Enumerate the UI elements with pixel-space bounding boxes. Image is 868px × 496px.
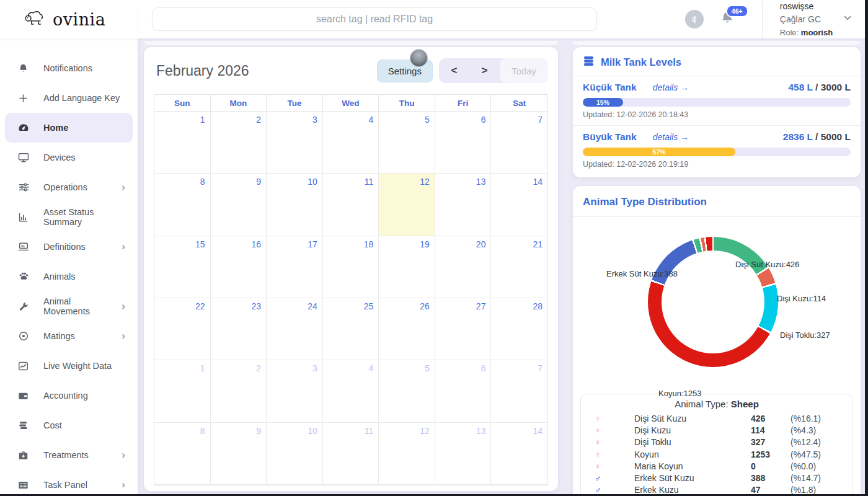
bluetooth-icon[interactable] <box>685 10 704 29</box>
calendar-cell[interactable]: 6 <box>435 360 492 422</box>
tank-details-link[interactable]: details → <box>653 132 689 142</box>
calendar-date-number: 9 <box>256 177 261 187</box>
notifications-bell[interactable]: 46+ <box>720 11 735 28</box>
tank-level-value: 2836 L / 5000 L <box>783 131 851 143</box>
calendar-day-header: Sat <box>491 95 547 112</box>
distribution-table-row: ♀Maria Koyun0(%0.0) <box>587 460 846 472</box>
list-panel-icon <box>17 479 30 491</box>
sidebar-item-cost[interactable]: Cost <box>0 410 138 440</box>
animal-type-label: Maria Koyun <box>608 461 751 471</box>
calendar-cell[interactable]: 1 <box>154 112 211 174</box>
sidebar-item-definitions[interactable]: Definitions› <box>0 232 138 262</box>
sidebar-item-live-weight-data[interactable]: Live Weight Data <box>0 351 138 381</box>
calendar-cell[interactable]: 1 <box>154 360 211 422</box>
calendar-cell-today[interactable]: 12 <box>379 174 435 236</box>
tank-updated-timestamp: Updated: 12-02-2026 20:18:43 <box>583 110 851 119</box>
calendar-date-number: 16 <box>252 239 262 249</box>
calendar-today-button[interactable]: Today <box>500 58 548 83</box>
sidebar-item-animal-movements[interactable]: Animal Movements› <box>0 291 138 321</box>
calendar-cell[interactable]: 24 <box>267 298 323 360</box>
calendar-prev-button[interactable]: < <box>439 58 469 83</box>
calendar-cell[interactable]: 21 <box>491 236 547 298</box>
calendar-date-number: 3 <box>312 363 317 373</box>
calendar-date-number: 4 <box>368 115 373 125</box>
calendar-date-number: 18 <box>364 239 374 249</box>
calendar-date-number: 1 <box>200 363 205 373</box>
female-icon: ♀ <box>587 437 608 447</box>
tank-progress-fill: 57% <box>583 148 735 156</box>
calendar-cell[interactable]: 10 <box>267 423 323 485</box>
calendar-cell[interactable]: 5 <box>379 360 435 422</box>
calendar-cell[interactable]: 13 <box>435 423 492 485</box>
calendar-date-number: 11 <box>365 426 374 436</box>
calendar-cell[interactable]: 9 <box>211 423 267 485</box>
calendar-cell[interactable]: 3 <box>267 112 323 174</box>
donut-chart[interactable] <box>648 237 778 367</box>
sidebar-item-matings[interactable]: Matings› <box>0 321 138 351</box>
calendar-cell[interactable]: 25 <box>323 298 379 360</box>
calendar-card: February 2026 Settings < > Today SunMonT… <box>144 47 558 491</box>
calendar-cell[interactable]: 5 <box>379 112 435 174</box>
calendar-cell[interactable]: 23 <box>211 298 267 360</box>
calendar-cell[interactable]: 3 <box>267 360 323 422</box>
calendar-cell[interactable]: 7 <box>491 360 547 422</box>
sidebar-item-animals[interactable]: Animals <box>0 262 138 291</box>
calendar-cell[interactable]: 7 <box>491 112 547 174</box>
calendar-cell[interactable]: 17 <box>267 236 323 298</box>
sidebar-item-home[interactable]: Home <box>5 113 133 143</box>
calendar-next-button[interactable]: > <box>469 58 500 83</box>
sheep-logo-icon <box>24 9 47 30</box>
calendar-cell[interactable]: 16 <box>211 236 267 298</box>
calendar-date-number: 23 <box>252 301 262 311</box>
calendar-cell[interactable]: 14 <box>491 423 547 485</box>
calendar-date-number: 7 <box>538 115 542 125</box>
scrollbar[interactable] <box>865 0 868 496</box>
calendar-cell[interactable]: 2 <box>211 112 267 174</box>
calendar-cell[interactable]: 11 <box>323 423 379 485</box>
top-header: ovinia 46+ roswişse Çağlar GC <box>0 0 868 38</box>
sidebar-item-devices[interactable]: Devices <box>0 143 138 172</box>
sidebar-item-label: Operations <box>43 182 87 192</box>
calendar-cell[interactable]: 10 <box>267 174 323 236</box>
calendar-cell[interactable]: 4 <box>323 112 379 174</box>
calendar-cell[interactable]: 12 <box>379 423 435 485</box>
calendar-cell[interactable]: 26 <box>379 298 435 360</box>
sidebar-item-add-language-key[interactable]: Add Language Key <box>0 83 138 113</box>
calendar-cell[interactable]: 19 <box>379 236 435 298</box>
distribution-table-row: ♀Dişi Toklu327(%12.4) <box>587 436 846 448</box>
calendar-cell[interactable]: 11 <box>323 174 379 236</box>
calendar-cell[interactable]: 18 <box>323 236 379 298</box>
distribution-table-row: ♀Dişi Süt Kuzu426(%16.1) <box>587 412 846 424</box>
calendar-cell[interactable]: 28 <box>491 298 547 360</box>
sidebar-item-treatments[interactable]: Treatments› <box>0 440 138 470</box>
sidebar-item-accounting[interactable]: Accounting <box>0 381 138 410</box>
calendar-cell[interactable]: 9 <box>211 174 267 236</box>
sidebar-item-asset-status-summary[interactable]: Asset Status Summary <box>0 202 138 232</box>
donut-segment-label: Dişi Kuzu:114 <box>777 294 826 303</box>
calendar-cell[interactable]: 8 <box>154 423 211 485</box>
tank-details-link[interactable]: details → <box>653 82 689 92</box>
app-logo[interactable]: ovinia <box>0 9 138 30</box>
calendar-cell[interactable]: 8 <box>154 174 211 236</box>
calendar-cell[interactable]: 4 <box>323 360 379 422</box>
milk-tank-title: Milk Tank Levels <box>601 56 681 68</box>
calendar-cell[interactable]: 6 <box>435 112 492 174</box>
sidebar-item-label: Animal Movements <box>43 296 108 316</box>
chevron-right-icon: › <box>122 300 125 312</box>
calendar-cell[interactable]: 22 <box>154 298 211 360</box>
sidebar-item-notifications[interactable]: Notifications <box>0 53 138 83</box>
sidebar-item-operations[interactable]: Operations› <box>0 172 138 202</box>
chevron-down-icon[interactable] <box>842 12 853 27</box>
user-menu[interactable]: roswişse Çağlar GC Role: moorish <box>762 1 853 38</box>
calendar-cell[interactable]: 20 <box>435 236 492 298</box>
sidebar-item-label: Cost <box>43 420 62 430</box>
calendar-date-number: 17 <box>308 239 317 249</box>
sidebar-item-label: Devices <box>43 153 76 162</box>
search-input[interactable] <box>152 7 597 31</box>
calendar-cell[interactable]: 27 <box>435 298 492 360</box>
calendar-cell[interactable]: 2 <box>211 360 267 422</box>
calendar-cell[interactable]: 15 <box>154 236 211 298</box>
calendar-cell[interactable]: 14 <box>491 174 547 236</box>
calendar-cell[interactable]: 13 <box>435 174 492 236</box>
sidebar-item-task-panel[interactable]: Task Panel› <box>0 470 138 496</box>
